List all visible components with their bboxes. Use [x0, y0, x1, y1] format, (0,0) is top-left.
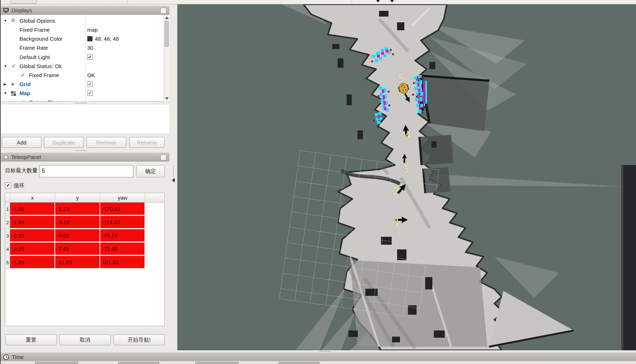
panel-splitter[interactable]: [1, 102, 169, 105]
waypoint-cell[interactable]: -72.40: [100, 243, 145, 256]
status-ok-icon: ✓: [21, 99, 25, 102]
header-stub: [145, 193, 164, 203]
row-number[interactable]: 5: [5, 256, 10, 269]
tree-value[interactable]: 48; 48; 48: [95, 36, 119, 42]
color-swatch[interactable]: [87, 36, 93, 41]
map-canvas[interactable]: 1 2 3 4 5: [177, 4, 636, 350]
tree-row-fixed-frame[interactable]: Fixed Frame map: [1, 26, 164, 35]
displays-panel-title: Displays: [12, 7, 32, 13]
map-display-icon: [11, 91, 13, 93]
tree-label: Default Light: [19, 54, 50, 60]
waypoint-cell[interactable]: -7.62: [55, 243, 100, 256]
waypoint-cell[interactable]: -1.94: [10, 216, 55, 229]
tree-row-grid[interactable]: ▶ ◈ Grid ✓: [1, 80, 164, 89]
reset-button[interactable]: 重置: [5, 334, 57, 345]
rviz-window: Displays ▼ ⚙ Global Options Fixed Frame …: [0, 0, 636, 364]
waypoint-cell[interactable]: -2.33: [10, 229, 55, 243]
panel-viewport-splitter[interactable]: [169, 4, 177, 350]
loop-checkbox[interactable]: ✓: [5, 182, 11, 188]
waypoint-cell[interactable]: -1.23: [55, 203, 100, 216]
waypoint-cell[interactable]: -170.43: [100, 203, 145, 216]
waypoint-cell[interactable]: -1.98: [10, 203, 55, 216]
tree-label: Background Color: [19, 36, 63, 42]
time-panel-content-cut: [1, 361, 636, 364]
tree-value[interactable]: map: [87, 27, 98, 33]
scroll-up-icon[interactable]: [165, 17, 169, 19]
panel-splitter[interactable]: [1, 149, 169, 152]
column-header-x[interactable]: x: [10, 193, 55, 203]
displays-icon: [3, 8, 9, 13]
waypoint-row[interactable]: 3-2.33-5.02-79.18: [5, 229, 164, 243]
waypoint-cell[interactable]: -2.20: [10, 243, 55, 256]
status-ok-icon: ✓: [12, 63, 16, 69]
time-field-stub[interactable]: [35, 362, 78, 364]
waypoint-cell[interactable]: -3.18: [55, 216, 100, 229]
tree-label: Global Options: [19, 18, 55, 24]
checkbox-checked[interactable]: ✓: [87, 54, 93, 60]
tree-row-global-status[interactable]: ▼ ✓ Global Status: Ok: [1, 62, 164, 71]
panel-undock-button[interactable]: [160, 154, 166, 160]
tree-row-background-color[interactable]: Background Color 48; 48; 48: [1, 35, 164, 44]
caret-down-icon[interactable]: ▼: [4, 64, 7, 68]
cancel-button[interactable]: 取消: [59, 334, 111, 345]
waypoint-cell[interactable]: 101.33: [100, 256, 145, 269]
rename-button[interactable]: Rename: [129, 137, 165, 148]
checkbox-checked[interactable]: ✓: [87, 81, 93, 87]
column-header-yaw[interactable]: yaw: [100, 193, 145, 203]
displays-panel-header[interactable]: Displays: [1, 6, 169, 15]
caret-down-icon[interactable]: ▼: [4, 91, 7, 95]
collapse-left-icon[interactable]: [172, 178, 175, 182]
confirm-button[interactable]: 确定: [137, 165, 165, 177]
waypoint-row[interactable]: 1-1.98-1.23-170.43: [5, 203, 164, 216]
checkbox-checked[interactable]: ✓: [87, 90, 93, 96]
waypoint-table-body: 1-1.98-1.23-170.432-1.94-3.18-114.423-2.…: [5, 203, 164, 269]
waypoint-cell[interactable]: -11.55: [55, 256, 100, 269]
start-navigation-button[interactable]: 开始导航!: [114, 334, 165, 345]
tree-value: OK: [87, 72, 95, 78]
toolbar-dropdown-icon[interactable]: [376, 0, 380, 3]
scrollbar-thumb[interactable]: [165, 21, 169, 47]
goal-count-input[interactable]: [40, 165, 133, 177]
caret-down-icon[interactable]: ▼: [4, 19, 7, 23]
tree-value[interactable]: 30: [87, 45, 93, 51]
waypoint-cell[interactable]: -5.02: [55, 229, 100, 243]
tree-row-global-options[interactable]: ▼ ⚙ Global Options: [1, 17, 164, 26]
render-viewport[interactable]: 1 2 3 4 5: [177, 4, 636, 350]
tree-row-fixed-frame-status[interactable]: ✓ Fixed Frame OK: [1, 71, 164, 80]
time-panel-header[interactable]: Time: [1, 352, 636, 361]
tree-row-map-status[interactable]: ▶ ✓ Status: Ok: [1, 98, 164, 102]
time-field-stub[interactable]: [195, 362, 239, 364]
waypoint-cell[interactable]: -114.42: [100, 216, 145, 229]
clock-icon: [3, 354, 9, 360]
toolbar-separator: [128, 0, 128, 4]
row-number[interactable]: 4: [5, 243, 10, 256]
toolbar-button[interactable]: [11, 0, 37, 4]
waypoint-row[interactable]: 2-1.94-3.18-114.42: [5, 216, 164, 229]
tree-scrollbar[interactable]: [164, 15, 169, 102]
waypoint-table[interactable]: x y yaw 1-1.98-1.23-170.432-1.94-3.18-11…: [5, 193, 165, 326]
splitter-dots: [173, 166, 174, 177]
time-field-stub[interactable]: [118, 362, 159, 364]
time-field-stub[interactable]: [279, 362, 320, 364]
tree-row-frame-rate[interactable]: Frame Rate 30: [1, 44, 164, 53]
column-header-y[interactable]: y: [55, 193, 100, 203]
row-number[interactable]: 2: [5, 216, 10, 229]
toolbar-dropdown-icon[interactable]: [390, 0, 394, 3]
row-number[interactable]: 1: [5, 203, 10, 216]
waypoint-cell[interactable]: -79.18: [100, 229, 145, 243]
row-number[interactable]: 3: [5, 229, 10, 243]
panel-undock-button[interactable]: [160, 8, 166, 14]
tree-row-map[interactable]: ▼ Map ✓: [1, 89, 164, 98]
remove-button[interactable]: Remove: [86, 137, 126, 148]
tree-label: Global Status: Ok: [19, 63, 62, 69]
caret-right-icon[interactable]: ▶: [4, 82, 6, 86]
tree-row-default-light[interactable]: Default Light ✓: [1, 53, 164, 62]
teleop-panel-header[interactable]: TeleopPanel: [1, 152, 169, 161]
waypoint-cell[interactable]: -1.59: [10, 256, 55, 269]
waypoint-row[interactable]: 5-1.59-11.55101.33: [5, 256, 164, 269]
displays-tree[interactable]: ▼ ⚙ Global Options Fixed Frame map Backg…: [1, 15, 169, 102]
waypoint-row[interactable]: 4-2.20-7.62-72.40: [5, 243, 164, 256]
duplicate-button[interactable]: Duplicate: [44, 137, 84, 148]
add-button[interactable]: Add: [2, 137, 41, 148]
scroll-down-icon[interactable]: [165, 97, 169, 100]
